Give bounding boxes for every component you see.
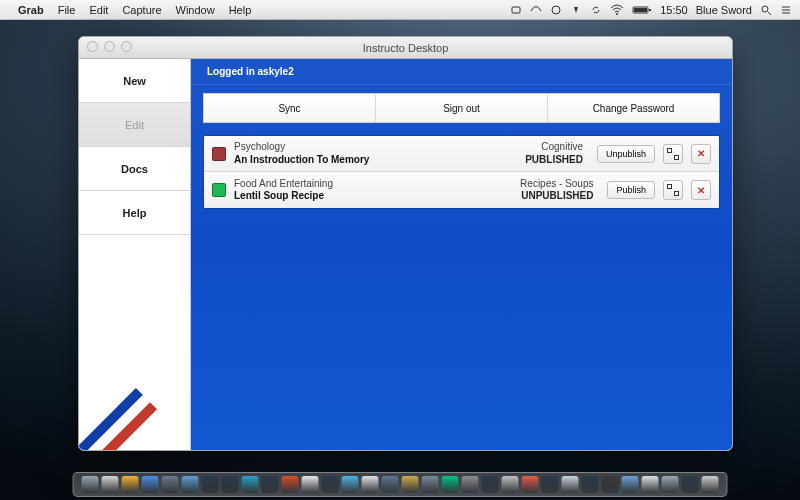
document-status: PUBLISHED <box>525 154 583 167</box>
dock-app-icon[interactable] <box>502 476 519 493</box>
sidebar-item-docs[interactable]: Docs <box>79 147 190 191</box>
zoom-icon[interactable] <box>121 41 132 52</box>
notification-center-icon[interactable] <box>780 4 792 16</box>
color-swatch <box>212 183 226 197</box>
dock-app-icon[interactable] <box>162 476 179 493</box>
dock-app-icon[interactable] <box>242 476 259 493</box>
dock-app-icon[interactable] <box>202 476 219 493</box>
dock-app-icon[interactable] <box>262 476 279 493</box>
delete-button[interactable]: ✕ <box>691 180 711 200</box>
sidebar-item-help[interactable]: Help <box>79 191 190 235</box>
wifi-icon[interactable] <box>610 4 624 16</box>
document-title: An Instroduction To Memory <box>234 154 517 167</box>
login-status: Logged in as kyle2 <box>191 59 732 85</box>
qr-code-button[interactable] <box>663 180 683 200</box>
status-icon[interactable] <box>550 4 562 16</box>
app-window: Instructo Desktop New Edit Docs Help Log… <box>78 36 733 451</box>
macos-menubar: Grab File Edit Capture Window Help 15:50… <box>0 0 800 20</box>
traffic-lights[interactable] <box>87 41 132 52</box>
dock-app-icon[interactable] <box>542 476 559 493</box>
change-password-button[interactable]: Change Password <box>548 94 719 122</box>
main-panel: Logged in as kyle2 Sync Sign out Change … <box>191 59 732 450</box>
dock-app-icon[interactable] <box>622 476 639 493</box>
dock-app-icon[interactable] <box>382 476 399 493</box>
dock-app-icon[interactable] <box>462 476 479 493</box>
sync-button[interactable]: Sync <box>204 94 376 122</box>
documents-list: Psychology An Instroduction To Memory Co… <box>203 135 720 209</box>
dock-app-icon[interactable] <box>702 476 719 493</box>
svg-point-1 <box>552 6 560 14</box>
dock-app-icon[interactable] <box>222 476 239 493</box>
menubar-user[interactable]: Blue Sword <box>696 4 752 16</box>
qr-code-icon <box>667 184 679 196</box>
dock-app-icon[interactable] <box>482 476 499 493</box>
svg-rect-5 <box>649 9 651 11</box>
dock-app-icon[interactable] <box>342 476 359 493</box>
dock-app-icon[interactable] <box>442 476 459 493</box>
qr-code-icon <box>667 148 679 160</box>
window-title: Instructo Desktop <box>363 42 449 54</box>
sync-icon[interactable] <box>590 4 602 16</box>
dock-app-icon[interactable] <box>662 476 679 493</box>
close-icon[interactable] <box>87 41 98 52</box>
sidebar-item-edit[interactable]: Edit <box>79 103 190 147</box>
dock-app-icon[interactable] <box>122 476 139 493</box>
status-icon[interactable] <box>510 4 522 16</box>
svg-line-7 <box>768 12 771 15</box>
dock-app-icon[interactable] <box>322 476 339 493</box>
color-swatch <box>212 147 226 161</box>
svg-rect-4 <box>634 8 647 12</box>
document-row[interactable]: Psychology An Instroduction To Memory Co… <box>204 136 719 172</box>
svg-point-2 <box>616 13 618 15</box>
sign-out-button[interactable]: Sign out <box>376 94 548 122</box>
login-prefix: Logged in as <box>207 66 269 77</box>
document-status: UNPUBLISHED <box>520 190 593 203</box>
status-icon[interactable] <box>530 4 542 16</box>
dock-app-icon[interactable] <box>302 476 319 493</box>
menubar-app[interactable]: Grab <box>18 4 44 16</box>
dock-app-icon[interactable] <box>522 476 539 493</box>
dock-app-icon[interactable] <box>82 476 99 493</box>
dock-app-icon[interactable] <box>582 476 599 493</box>
document-row[interactable]: Food And Entertaining Lentil Soup Recipe… <box>204 172 719 208</box>
menubar-file[interactable]: File <box>58 4 76 16</box>
dock-app-icon[interactable] <box>362 476 379 493</box>
dock-app-icon[interactable] <box>422 476 439 493</box>
menubar-edit[interactable]: Edit <box>89 4 108 16</box>
document-category: Psychology <box>234 141 517 154</box>
document-title: Lentil Soup Recipe <box>234 190 512 203</box>
dock-app-icon[interactable] <box>682 476 699 493</box>
dock-app-icon[interactable] <box>182 476 199 493</box>
document-category: Food And Entertaining <box>234 178 512 191</box>
macos-dock[interactable] <box>73 472 728 497</box>
status-icon[interactable] <box>570 4 582 16</box>
dock-app-icon[interactable] <box>282 476 299 493</box>
login-user: kyle2 <box>269 66 294 77</box>
sidebar: New Edit Docs Help <box>79 59 191 450</box>
document-subcategory: Cognitive <box>525 141 583 154</box>
menubar-window[interactable]: Window <box>176 4 215 16</box>
battery-icon[interactable] <box>632 4 652 16</box>
svg-point-6 <box>762 6 768 12</box>
unpublish-button[interactable]: Unpublish <box>597 145 655 163</box>
dock-app-icon[interactable] <box>602 476 619 493</box>
delete-button[interactable]: ✕ <box>691 144 711 164</box>
menubar-clock[interactable]: 15:50 <box>660 4 688 16</box>
window-titlebar[interactable]: Instructo Desktop <box>79 37 732 59</box>
sidebar-item-new[interactable]: New <box>79 59 190 103</box>
spotlight-icon[interactable] <box>760 4 772 16</box>
svg-rect-0 <box>512 7 520 13</box>
publish-button[interactable]: Publish <box>607 181 655 199</box>
minimize-icon[interactable] <box>104 41 115 52</box>
dock-app-icon[interactable] <box>402 476 419 493</box>
document-subcategory: Recipes - Soups <box>520 178 593 191</box>
dock-app-icon[interactable] <box>562 476 579 493</box>
menubar-capture[interactable]: Capture <box>122 4 161 16</box>
dock-app-icon[interactable] <box>102 476 119 493</box>
dock-app-icon[interactable] <box>142 476 159 493</box>
account-toolbar: Sync Sign out Change Password <box>203 93 720 123</box>
menubar-help[interactable]: Help <box>229 4 252 16</box>
dock-app-icon[interactable] <box>642 476 659 493</box>
qr-code-button[interactable] <box>663 144 683 164</box>
